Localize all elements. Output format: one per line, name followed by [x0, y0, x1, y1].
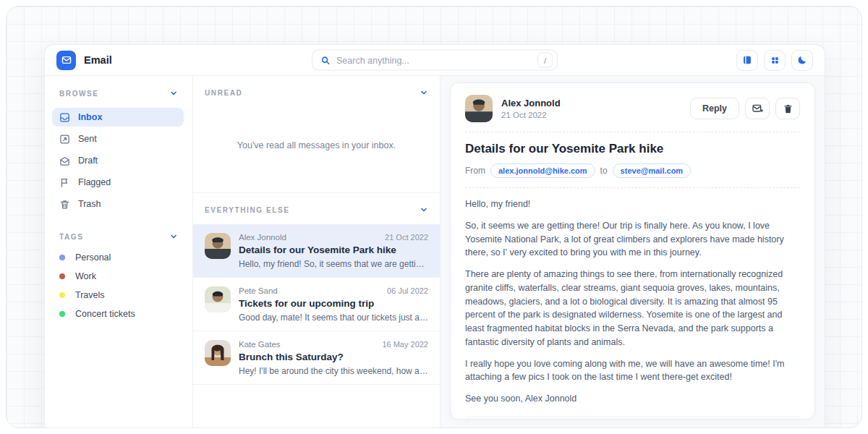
email-list-item[interactable]: Kate Gates 16 May 2022 Brunch this Satur… — [193, 331, 440, 385]
avatar — [205, 340, 231, 366]
to-email-chip[interactable]: steve@mail.com — [613, 163, 692, 178]
divider — [465, 132, 800, 132]
sidebar-item-trash[interactable]: Trash — [52, 195, 184, 213]
trash-icon — [59, 199, 70, 210]
browse-title: BROWSE — [59, 90, 99, 98]
tag-item-travels[interactable]: Travels — [59, 290, 178, 300]
divider — [465, 417, 800, 417]
detail-actions: Reply — [690, 98, 800, 119]
body-paragraph: There are plenty of amazing things to se… — [465, 268, 800, 349]
email-sender: Pete Sand — [239, 286, 278, 295]
chevron-down-icon[interactable] — [420, 205, 428, 214]
unread-title: UNREAD — [205, 89, 242, 97]
sidebar: BROWSE Inbox — [45, 76, 193, 428]
sidebar-item-label: Trash — [78, 199, 101, 209]
email-detail-header: Alex Jonnold 21 Oct 2022 Reply — [465, 95, 800, 122]
mail-plus-icon — [752, 103, 763, 114]
signoff: See you soon, Alex Jonnold — [465, 392, 800, 406]
chevron-down-icon[interactable] — [420, 88, 428, 97]
moon-icon — [797, 55, 807, 65]
chevron-down-icon[interactable] — [169, 89, 178, 98]
email-subject: Brunch this Saturday? — [239, 352, 428, 362]
tags-title: TAGS — [59, 233, 83, 241]
avatar — [205, 233, 231, 259]
email-preview: Hello, my friend! So, it seems that we a… — [239, 259, 428, 269]
delete-email-button[interactable] — [775, 98, 800, 119]
sent-icon — [59, 134, 70, 145]
sidebar-item-label: Flagged — [78, 177, 111, 187]
email-list-item[interactable]: Alex Jonnold 21 Oct 2022 Details for our… — [193, 224, 440, 277]
book-button[interactable] — [736, 50, 758, 71]
avatar — [465, 95, 493, 122]
email-preview: Good day, mate! It seems that our ticket… — [239, 312, 428, 323]
everything-else-header: EVERYTHING ELSE — [193, 193, 440, 224]
sidebar-item-label: Draft — [78, 156, 98, 166]
chevron-down-icon[interactable] — [169, 232, 178, 241]
sender-block: Alex Jonnold 21 Oct 2022 — [501, 98, 561, 119]
tag-item-work[interactable]: Work — [59, 271, 178, 281]
tag-dot — [59, 255, 65, 260]
email-date: 21 Oct 2022 — [385, 233, 428, 242]
email-sender: Alex Jonnold — [239, 233, 286, 242]
avatar — [205, 286, 231, 312]
email-date: 16 May 2022 — [382, 340, 428, 349]
detail-date: 21 Oct 2022 — [501, 111, 561, 119]
email-subject: Tickets for our upcoming trip — [239, 298, 428, 309]
header-actions — [736, 50, 813, 71]
email-logo-icon — [56, 51, 76, 70]
email-app-window: Email / — [44, 44, 825, 428]
email-detail-card: Alex Jonnold 21 Oct 2022 Reply — [450, 82, 815, 420]
tags-section-header: TAGS — [59, 232, 178, 241]
mail-open-icon — [59, 156, 70, 166]
email-sender: Kate Gates — [239, 340, 281, 349]
search-bar[interactable]: / — [312, 50, 558, 71]
sidebar-item-flagged[interactable]: Flagged — [52, 173, 184, 192]
message-list: UNREAD You've read all messages in your … — [193, 76, 441, 428]
email-subject: Details for our Yosemite Park hike — [239, 244, 428, 255]
body-paragraph: So, it seems we are getting there! Our t… — [465, 219, 800, 260]
tag-item-concert-tickets[interactable]: Concert tickets — [59, 309, 178, 319]
reply-button[interactable]: Reply — [690, 98, 739, 119]
email-list-item[interactable]: Pete Sand 06 Jul 2022 Tickets for our up… — [193, 277, 440, 331]
sidebar-item-inbox[interactable]: Inbox — [52, 108, 184, 127]
detail-sender-name: Alex Jonnold — [501, 98, 561, 109]
app-title: Email — [84, 54, 112, 66]
email-meta: Kate Gates 16 May 2022 Brunch this Satur… — [239, 340, 428, 376]
tag-dot — [59, 273, 65, 279]
detail-subject: Details for our Yosemite Park hike — [465, 142, 800, 156]
search-input[interactable] — [336, 55, 532, 65]
book-icon — [742, 55, 752, 65]
search-icon — [320, 55, 331, 65]
sidebar-item-label: Sent — [78, 134, 97, 144]
unread-section-header: UNREAD — [193, 76, 440, 107]
from-label: From — [465, 166, 485, 176]
email-meta: Pete Sand 06 Jul 2022 Tickets for our up… — [239, 286, 428, 323]
tag-label: Concert tickets — [75, 309, 135, 319]
unread-empty-state: You've read all messages in your inbox. — [193, 107, 440, 192]
sidebar-item-sent[interactable]: Sent — [52, 129, 184, 148]
body-paragraph: Hello, my friend! — [465, 197, 800, 211]
mark-unread-button[interactable] — [745, 98, 770, 119]
folder-nav: Inbox Sent — [52, 108, 184, 213]
grid-icon — [770, 56, 780, 65]
email-meta: Alex Jonnold 21 Oct 2022 Details for our… — [239, 233, 428, 269]
sidebar-item-label: Inbox — [78, 112, 102, 122]
email-body: Hello, my friend! So, it seems we are ge… — [465, 197, 800, 406]
inbox-icon — [59, 112, 70, 123]
everything-else-section: EVERYTHING ELSE — [193, 192, 440, 385]
tag-item-personal[interactable]: Personal — [59, 252, 178, 263]
app-header: Email / — [45, 45, 825, 76]
page-background-frame: Email / — [6, 6, 862, 428]
from-email-chip[interactable]: alex.jonnold@hike.com — [490, 163, 595, 178]
dark-mode-button[interactable] — [791, 50, 813, 71]
flag-icon — [59, 177, 70, 188]
sidebar-item-draft[interactable]: Draft — [52, 151, 184, 170]
reading-pane: Alex Jonnold 21 Oct 2022 Reply — [441, 76, 825, 428]
browse-section-header: BROWSE — [59, 89, 178, 98]
divider — [465, 187, 800, 188]
apps-grid-button[interactable] — [764, 50, 786, 71]
tag-list: Personal Work Travels Concert tickets — [59, 252, 178, 319]
tag-label: Personal — [75, 252, 111, 263]
everything-else-title: EVERYTHING ELSE — [205, 206, 290, 214]
search-shortcut-key: / — [537, 53, 553, 68]
